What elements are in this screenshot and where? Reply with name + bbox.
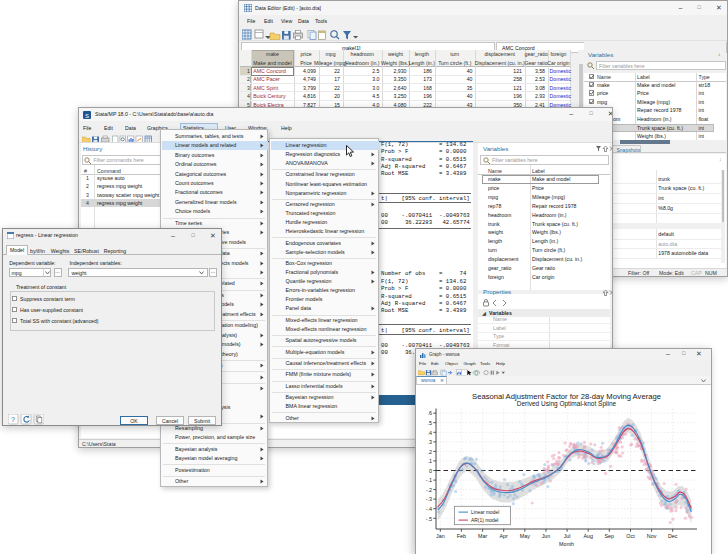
svg-text:Jun: Jun <box>542 533 551 539</box>
svg-text:-.1: -.1 <box>426 477 432 483</box>
svg-text:-.4: -.4 <box>426 505 432 511</box>
svg-text:Derived Using Optimal-knot Spl: Derived Using Optimal-knot Spline <box>517 400 617 408</box>
svg-text:Apr: Apr <box>500 533 509 539</box>
svg-text:Oct: Oct <box>626 533 635 539</box>
svg-text:?: ? <box>11 416 15 423</box>
svg-text:Aug: Aug <box>583 533 593 539</box>
svg-text:.3: .3 <box>428 439 433 445</box>
svg-text:-.2: -.2 <box>426 486 432 492</box>
svg-text:Jan: Jan <box>436 533 445 539</box>
svg-text:-.3: -.3 <box>426 496 432 502</box>
svg-text:.5: .5 <box>428 419 433 425</box>
svg-text:.1: .1 <box>428 458 433 464</box>
svg-text:.6: .6 <box>428 410 433 416</box>
svg-text:Nov: Nov <box>647 533 657 539</box>
svg-text:May: May <box>520 533 530 539</box>
svg-text:AR(1) model: AR(1) model <box>471 518 498 523</box>
svg-text:Mar: Mar <box>478 533 487 539</box>
svg-text:.2: .2 <box>428 448 433 454</box>
svg-text:-.5: -.5 <box>426 515 432 521</box>
svg-text:Dec: Dec <box>668 533 678 539</box>
svg-text:Linear model: Linear model <box>471 510 499 515</box>
svg-text:Month: Month <box>559 541 574 547</box>
svg-text:Jul: Jul <box>564 533 571 539</box>
svg-text:Seasonal Adjustment Factor for: Seasonal Adjustment Factor for 28-day Mo… <box>472 391 661 400</box>
svg-text:0: 0 <box>429 467 432 473</box>
svg-text:Feb: Feb <box>457 533 466 539</box>
svg-text:.4: .4 <box>428 429 433 435</box>
svg-text:Sep: Sep <box>605 533 615 539</box>
svg-text:S: S <box>85 112 89 118</box>
